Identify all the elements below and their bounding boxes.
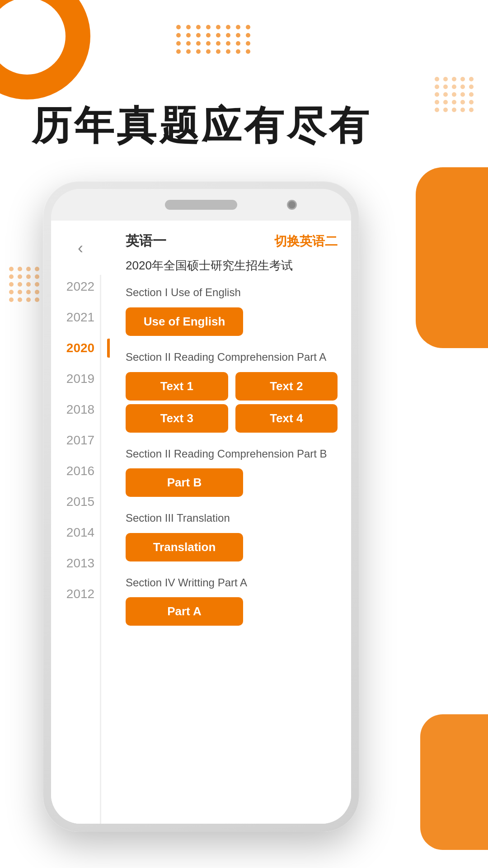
text4-button[interactable]: Text 4 — [235, 404, 338, 433]
content-header: 英语一 切换英语二 — [126, 232, 338, 250]
exam-type-label: 英语一 — [126, 232, 166, 250]
decoration-dots-right — [435, 77, 474, 112]
phone-inner-screen: ‹ 2022 2021 2020 2019 2018 2017 2016 201… — [51, 189, 351, 824]
timeline-line — [100, 275, 101, 824]
section-group-2: Section II Reading Comprehension Part A … — [126, 349, 338, 433]
decoration-circle-top-left — [0, 0, 90, 99]
year-item-2021[interactable]: 2021 — [51, 310, 110, 325]
year-item-2020[interactable]: 2020 — [51, 341, 110, 355]
year-item-2016[interactable]: 2016 — [51, 464, 110, 478]
section-group-4: Section III Translation Translation — [126, 510, 338, 561]
section-title-3: Section II Reading Comprehension Part B — [126, 446, 338, 462]
section-4-buttons: Part A — [126, 597, 338, 626]
app-content: ‹ 2022 2021 2020 2019 2018 2017 2016 201… — [51, 221, 351, 824]
decoration-orange-right-bottom — [420, 714, 488, 850]
exam-full-title: 2020年全国硕士研究生招生考试 — [126, 257, 338, 274]
phone-outer-shell: ‹ 2022 2021 2020 2019 2018 2017 2016 201… — [43, 181, 359, 832]
section-title-5: Section IV Writting Part A — [126, 575, 338, 590]
exam-content-area: 英语一 切换英语二 2020年全国硕士研究生招生考试 Section I Use… — [110, 221, 351, 824]
year-item-2014[interactable]: 2014 — [51, 525, 110, 540]
decoration-dots-top-center — [176, 25, 252, 54]
back-button[interactable]: ‹ — [78, 239, 83, 258]
page-title: 历年真题应有尽有 — [32, 104, 371, 148]
switch-exam-type-button[interactable]: 切换英语二 — [274, 233, 338, 250]
section-2a-buttons-row2: Text 3 Text 4 — [126, 404, 338, 433]
year-item-2022[interactable]: 2022 — [51, 279, 110, 294]
part-a-button[interactable]: Part A — [126, 597, 243, 626]
section-title-2: Section II Reading Comprehension Part A — [126, 349, 338, 365]
part-b-button[interactable]: Part B — [126, 468, 243, 497]
text3-button[interactable]: Text 3 — [126, 404, 228, 433]
phone-status-bar — [51, 189, 351, 221]
section-group-1: Section I Use of English Use of English — [126, 285, 338, 336]
section-3-buttons: Translation — [126, 533, 338, 561]
phone-speaker — [165, 200, 237, 210]
text1-button[interactable]: Text 1 — [126, 372, 228, 401]
year-item-2017[interactable]: 2017 — [51, 433, 110, 448]
section-2b-buttons: Part B — [126, 468, 338, 497]
year-item-2019[interactable]: 2019 — [51, 372, 110, 386]
year-item-2015[interactable]: 2015 — [51, 495, 110, 509]
year-item-2018[interactable]: 2018 — [51, 402, 110, 417]
section-group-5: Section IV Writting Part A Part A — [126, 575, 338, 626]
text2-button[interactable]: Text 2 — [235, 372, 338, 401]
phone-mockup: ‹ 2022 2021 2020 2019 2018 2017 2016 201… — [43, 181, 386, 845]
section-1-buttons: Use of English — [126, 307, 338, 336]
section-2a-buttons-row1: Text 1 Text 2 — [126, 372, 338, 401]
section-group-3: Section II Reading Comprehension Part B … — [126, 446, 338, 497]
decoration-orange-right-mid — [416, 167, 488, 348]
section-title-1: Section I Use of English — [126, 285, 338, 300]
section-title-4: Section III Translation — [126, 510, 338, 526]
use-of-english-button[interactable]: Use of English — [126, 307, 243, 336]
year-item-2013[interactable]: 2013 — [51, 556, 110, 571]
year-sidebar: ‹ 2022 2021 2020 2019 2018 2017 2016 201… — [51, 221, 110, 824]
translation-button[interactable]: Translation — [126, 533, 243, 561]
year-item-2012[interactable]: 2012 — [51, 587, 110, 601]
phone-camera — [287, 200, 297, 210]
